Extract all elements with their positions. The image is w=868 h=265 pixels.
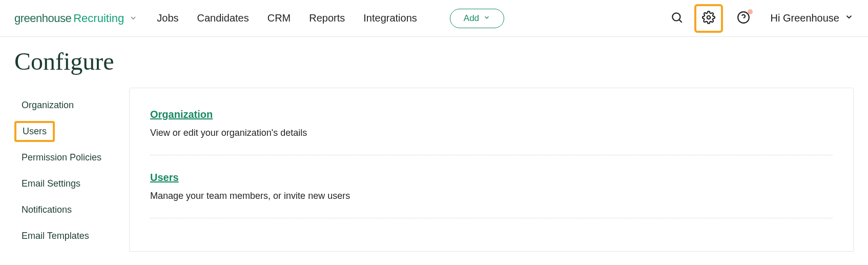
search-icon <box>670 11 684 26</box>
settings-button[interactable] <box>698 8 719 29</box>
add-button[interactable]: Add <box>450 9 504 28</box>
logo-secondary: Recruiting <box>73 12 124 25</box>
svg-point-2 <box>707 15 711 19</box>
configure-sidebar: Organization Users Permission Policies E… <box>14 88 129 252</box>
top-nav: greenhouse Recruiting Jobs Candidates CR… <box>0 0 868 37</box>
chevron-down-icon <box>844 12 854 24</box>
nav-link-reports[interactable]: Reports <box>309 12 345 24</box>
gear-icon <box>702 11 715 26</box>
svg-line-1 <box>679 19 682 22</box>
logo-product-switcher[interactable]: greenhouse Recruiting <box>14 12 137 25</box>
sidebar-item-notifications[interactable]: Notifications <box>14 199 79 220</box>
sidebar-item-users[interactable]: Users <box>14 121 55 142</box>
nav-link-jobs[interactable]: Jobs <box>157 12 178 24</box>
sidebar-item-email-templates[interactable]: Email Templates <box>14 226 96 247</box>
chevron-down-icon <box>483 13 490 24</box>
nav-link-crm[interactable]: CRM <box>267 12 291 24</box>
page-title: Configure <box>14 47 854 75</box>
section-link-organization[interactable]: Organization <box>150 109 213 120</box>
sidebar-item-organization[interactable]: Organization <box>14 95 81 116</box>
section-link-users[interactable]: Users <box>150 172 179 184</box>
user-menu[interactable]: Hi Greenhouse <box>770 12 854 24</box>
section-desc-organization: View or edit your organization's details <box>150 128 833 138</box>
user-greeting-text: Hi Greenhouse <box>770 12 839 24</box>
sidebar-item-permission-policies[interactable]: Permission Policies <box>14 147 109 168</box>
nav-link-candidates[interactable]: Candidates <box>197 12 249 24</box>
notification-dot-icon <box>748 9 753 14</box>
logo-primary: greenhouse <box>14 12 71 25</box>
sidebar-item-email-settings[interactable]: Email Settings <box>14 173 88 194</box>
svg-point-0 <box>673 13 680 21</box>
section-users: Users Manage your team members, or invit… <box>150 172 833 218</box>
primary-nav: Jobs Candidates CRM Reports Integrations <box>157 12 417 24</box>
help-button[interactable] <box>733 8 754 29</box>
chevron-down-icon <box>129 14 137 24</box>
nav-link-integrations[interactable]: Integrations <box>363 12 417 24</box>
settings-button-highlight <box>694 4 723 33</box>
section-desc-users: Manage your team members, or invite new … <box>150 191 833 201</box>
content-panel: Organization View or edit your organizat… <box>129 88 854 252</box>
search-button[interactable] <box>667 8 687 29</box>
add-button-label: Add <box>464 13 479 24</box>
section-organization: Organization View or edit your organizat… <box>150 109 833 155</box>
